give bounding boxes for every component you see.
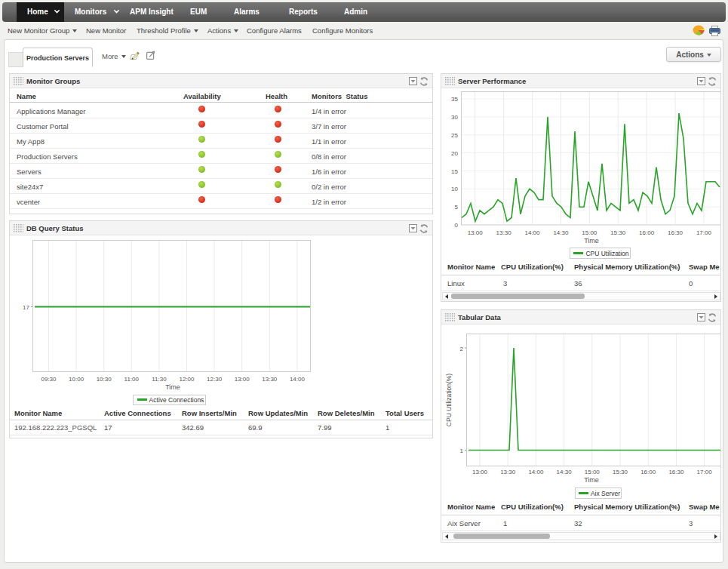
- svg-text:17:00: 17:00: [697, 469, 713, 475]
- svg-text:15: 15: [451, 168, 458, 175]
- svg-text:13:00: 13:00: [472, 469, 488, 475]
- svg-text:11:30: 11:30: [152, 376, 167, 383]
- svg-text:15:00: 15:00: [582, 229, 597, 236]
- svg-text:13:30: 13:30: [262, 376, 278, 383]
- svg-text:12:00: 12:00: [179, 376, 195, 383]
- svg-text:Time: Time: [584, 237, 599, 245]
- svg-text:0: 0: [455, 222, 459, 229]
- svg-text:17: 17: [23, 304, 29, 311]
- svg-text:12:30: 12:30: [207, 376, 223, 383]
- svg-text:14:30: 14:30: [553, 229, 569, 236]
- svg-text:17:00: 17:00: [696, 229, 712, 236]
- svg-text:25: 25: [451, 132, 458, 139]
- svg-text:10:30: 10:30: [97, 376, 112, 383]
- svg-text:Time: Time: [584, 476, 599, 484]
- svg-text:14:30: 14:30: [557, 469, 573, 475]
- svg-text:5: 5: [455, 204, 459, 211]
- svg-text:10: 10: [451, 186, 458, 192]
- svg-text:16:00: 16:00: [639, 229, 655, 236]
- svg-text:2: 2: [460, 346, 464, 352]
- svg-text:20: 20: [451, 150, 458, 157]
- svg-text:16:30: 16:30: [668, 469, 684, 475]
- svg-text:Time: Time: [165, 383, 180, 391]
- svg-text:16:00: 16:00: [640, 469, 656, 475]
- svg-text:13:00: 13:00: [235, 376, 250, 383]
- svg-text:15:30: 15:30: [610, 229, 626, 236]
- svg-text:1: 1: [460, 448, 464, 454]
- svg-text:16:30: 16:30: [668, 229, 683, 236]
- svg-text:14:00: 14:00: [290, 376, 306, 383]
- svg-text:15:00: 15:00: [585, 469, 601, 475]
- svg-text:13:30: 13:30: [496, 229, 512, 236]
- svg-text:10:00: 10:00: [69, 376, 84, 383]
- svg-text:14:00: 14:00: [524, 229, 540, 236]
- svg-text:14:00: 14:00: [528, 469, 544, 475]
- svg-text:CPU Utilization(%): CPU Utilization(%): [445, 374, 453, 427]
- svg-text:13:00: 13:00: [468, 229, 484, 236]
- svg-text:11:00: 11:00: [124, 376, 140, 383]
- svg-text:13:30: 13:30: [500, 469, 516, 475]
- svg-text:15:30: 15:30: [613, 469, 628, 475]
- svg-text:35: 35: [451, 96, 458, 103]
- svg-text:09:30: 09:30: [41, 376, 57, 383]
- svg-text:30: 30: [451, 114, 458, 121]
